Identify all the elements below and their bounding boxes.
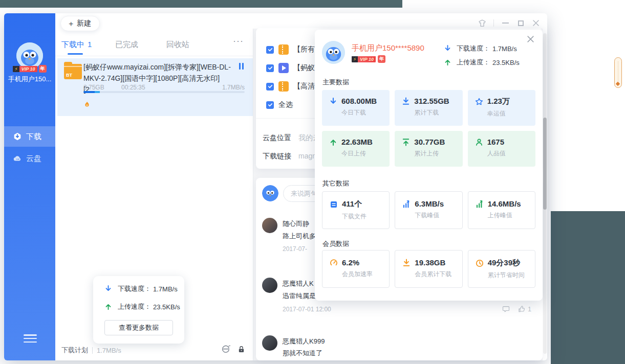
active-tab-underline: [68, 53, 83, 55]
status-icons: [221, 345, 245, 354]
task-speed: 1.7MB/s: [222, 84, 245, 91]
value: 1.7MB/s: [492, 45, 517, 53]
tab-downloading[interactable]: 下载中 1: [61, 40, 92, 50]
checkbox-checked[interactable]: [266, 64, 274, 72]
tab-completed[interactable]: 已完成: [115, 40, 138, 50]
stat-card: 6.3MB/s 下载峰值: [395, 191, 462, 229]
stat-card: 30.77GB 累计上传: [395, 131, 462, 167]
stats-speeds: 下载速度： 1.7MB/s 上传速度： 23.5KB/s: [444, 44, 520, 67]
download-task-row[interactable]: BT [蚂蚁仔www.mayizai.com][拆弹专家][WEB-DL-MKV…: [57, 58, 253, 116]
new-task-button[interactable]: ＋ 新建: [60, 16, 100, 31]
commenter-avatar: [262, 278, 277, 293]
download-link-row: 下载链接 magnet: [263, 152, 322, 161]
sidebar-item-label: 云盘: [26, 154, 41, 164]
task-size: 2.75GB: [83, 84, 104, 91]
section-title: 其它数据: [322, 179, 349, 188]
comment-actions: 1: [502, 305, 531, 313]
file-row[interactable]: 【蚂蚁仔: [266, 63, 322, 73]
reply-bubble-icon[interactable]: [502, 305, 510, 313]
stat-card: 6.2% 会员加速率: [322, 250, 390, 288]
speed-popover: 下载速度： 1.7MB/s 上传速度： 23.5KB/s 查看更多数据: [93, 276, 184, 344]
tab-count-badge: 1: [88, 40, 92, 50]
more-menu-button[interactable]: ···: [233, 36, 244, 47]
section-title: 主要数据: [322, 78, 349, 87]
comment-author[interactable]: 随心而静: [283, 219, 309, 229]
status-bar: 下载计划 1.7MB/s: [61, 346, 121, 355]
download-underline-icon: [402, 259, 411, 267]
minimize-button[interactable]: [501, 19, 509, 27]
vip-bolt-icon: ⚡: [13, 66, 19, 72]
stats-upload-speed-row: 上传速度： 23.5KB/s: [444, 58, 520, 67]
vip-badge[interactable]: ⚡VIP 10 年: [4, 65, 55, 73]
comment-author[interactable]: 恶魔猎人K: [283, 279, 314, 288]
vip-label: VIP 10: [19, 66, 37, 72]
vip-year-badge: 年: [378, 55, 385, 63]
popover-download-row: 下载速度： 1.7MB/s: [104, 284, 178, 293]
new-task-label: 新建: [77, 19, 91, 28]
stat-card: 608.00MB 今日下载: [322, 90, 390, 126]
download-underline-icon: [402, 97, 410, 105]
section-title: 会员数据: [322, 239, 349, 248]
hot-resource-icon: [84, 101, 90, 107]
arrow-down-icon: [444, 44, 452, 53]
plus-icon: ＋: [67, 19, 75, 29]
arrow-up-icon: [104, 303, 113, 311]
tab-label: 下载中: [61, 40, 84, 50]
bird-mascot-icon: [262, 185, 278, 201]
tab-bar: 下载中 1 已完成 回收站 ···: [55, 33, 253, 56]
like-button[interactable]: 1: [518, 305, 531, 313]
arrow-up-icon: [329, 138, 337, 146]
task-meta: 2.75GB 00:25:35 1.7MB/s: [83, 84, 245, 91]
upload-speed-value: 23.5KB/s: [153, 303, 180, 311]
bt-folder-icon: BT: [64, 64, 82, 79]
file-row[interactable]: 【高清无: [266, 81, 322, 92]
label: 上传速度：: [457, 58, 490, 67]
stat-card: 49分39秒 累计节省时间: [468, 250, 535, 288]
upload-overline-icon: [402, 138, 410, 146]
window-controls: [478, 19, 540, 27]
pause-button[interactable]: [239, 63, 244, 70]
other-data-grid: 411个 下载文件 6.3MB/s 下载峰值 14.6MB/s 上传峰值: [322, 191, 535, 229]
status-divider: [92, 347, 93, 354]
stats-download-speed-row: 下载速度： 1.7MB/s: [444, 44, 520, 53]
peak-chart-icon: [402, 200, 411, 208]
stat-card: 19.38GB 会员累计下载: [395, 250, 462, 288]
checkbox-checked[interactable]: [266, 83, 274, 90]
file-list-icon: [330, 200, 338, 209]
menu-hamburger-icon[interactable]: [24, 334, 37, 343]
select-all-row[interactable]: 全选: [266, 100, 293, 109]
stat-card: 14.6MB/s 上传峰值: [468, 191, 535, 229]
member-data-grid: 6.2% 会员加速率 19.38GB 会员累计下载 49分39秒 累计节省时间: [322, 250, 535, 288]
browser-sidebar-handle[interactable]: [614, 57, 622, 88]
maximize-button[interactable]: [516, 19, 525, 27]
skin-shirt-icon[interactable]: [478, 19, 486, 27]
view-more-data-button[interactable]: 查看更多数据: [104, 320, 173, 335]
tab-label: 回收站: [166, 40, 189, 50]
checkbox-checked[interactable]: [266, 101, 274, 109]
archive-file-icon: [278, 44, 289, 55]
sidebar-item-cloud[interactable]: 云盘: [4, 148, 55, 169]
my-avatar: [262, 185, 278, 201]
sidebar-username[interactable]: 手机用户150...: [4, 75, 55, 84]
status-speed: 1.7MB/s: [97, 347, 121, 354]
popup-close-icon[interactable]: [527, 35, 536, 44]
scrollbar-thumb[interactable]: [543, 118, 547, 210]
download-hexagon-icon: [13, 132, 21, 141]
download-speed-value: 1.7MB/s: [153, 285, 178, 293]
person-icon: [475, 138, 483, 146]
tab-trash[interactable]: 回收站: [166, 40, 189, 50]
lock-icon[interactable]: [238, 346, 245, 353]
ie-browser-icon[interactable]: [221, 345, 230, 354]
vip-year-badge: 年: [39, 65, 47, 73]
checkbox-checked[interactable]: [266, 46, 274, 54]
progress-bar: [83, 91, 245, 93]
close-button[interactable]: [532, 19, 540, 27]
sidebar-item-download[interactable]: 下载: [4, 126, 55, 147]
comment-author[interactable]: 恶魔猎人K999: [283, 337, 325, 346]
stat-card: 1.23万 幸运值: [468, 90, 535, 126]
vip-bolt-icon: ⚡: [352, 56, 358, 62]
stats-avatar: [322, 41, 345, 64]
download-plan-label[interactable]: 下载计划: [61, 346, 88, 355]
clock-icon: [476, 259, 484, 267]
label: 下载速度：: [457, 44, 490, 53]
